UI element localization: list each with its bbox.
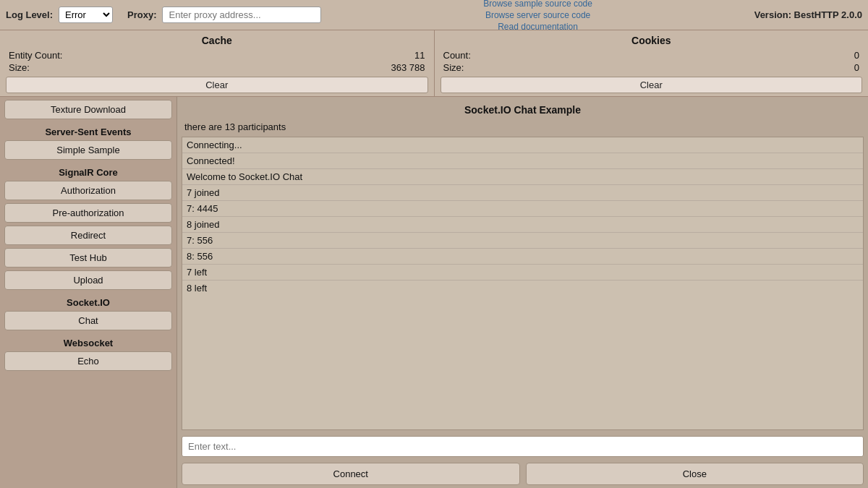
- chat-text-input[interactable]: [182, 436, 864, 457]
- cache-entity-label: Entity Count:: [9, 50, 62, 61]
- chat-entry: Connected!: [182, 153, 863, 169]
- participants-text: there are 13 participants: [182, 120, 864, 137]
- main-panel-title: Socket.IO Chat Example: [182, 101, 864, 120]
- chat-log: Connecting...Connected!Welcome to Socket…: [182, 137, 864, 430]
- cookies-count-value: 0: [854, 50, 859, 61]
- chat-entry: 7: 4445: [182, 201, 863, 217]
- chat-entry: 8 left: [182, 281, 863, 296]
- cookies-panel: Cookies Count: 0 Size: 0 Clear: [435, 30, 869, 96]
- sidebar-section-label: Socket.IO: [4, 293, 172, 311]
- sidebar-section-label: SignalR Core: [4, 163, 172, 181]
- cache-size-value: 363 788: [391, 62, 425, 73]
- log-level-label: Log Level:: [6, 9, 53, 20]
- sidebar-button[interactable]: Test Hub: [4, 248, 172, 267]
- chat-entry: Welcome to Socket.IO Chat: [182, 169, 863, 185]
- chat-buttons: Connect Close: [182, 463, 864, 485]
- chat-entry: Connecting...: [182, 137, 863, 153]
- cookies-size-row: Size: 0: [441, 61, 863, 74]
- cache-entity-value: 11: [414, 50, 425, 61]
- chat-input-row: Connect Close: [182, 436, 864, 485]
- chat-entry: 7 joined: [182, 185, 863, 201]
- sidebar-button[interactable]: Simple Sample: [4, 140, 172, 160]
- sidebar-button[interactable]: Pre-authorization: [4, 203, 172, 223]
- log-level-select[interactable]: Error: [59, 7, 113, 23]
- sidebar-button[interactable]: Authorization: [4, 181, 172, 200]
- browse-sample-link[interactable]: Browse sample source code: [483, 0, 592, 9]
- cache-size-label: Size:: [9, 62, 30, 73]
- cache-size-row: Size: 363 788: [6, 61, 428, 74]
- connect-button[interactable]: Connect: [182, 463, 520, 485]
- cookies-title: Cookies: [441, 33, 863, 49]
- sidebar-button[interactable]: Echo: [4, 351, 172, 371]
- cache-cookies-section: Cache Entity Count: 11 Size: 363 788 Cle…: [0, 30, 868, 97]
- main-content: Texture DownloadServer-Sent EventsSimple…: [0, 97, 868, 488]
- chat-entry: 7: 556: [182, 233, 863, 249]
- proxy-input[interactable]: [162, 7, 321, 23]
- cookies-size-label: Size:: [443, 62, 464, 73]
- top-bar-center: Browse sample source code Browse server …: [321, 0, 754, 32]
- cache-entity-row: Entity Count: 11: [6, 49, 428, 61]
- sidebar-button[interactable]: Upload: [4, 270, 172, 290]
- top-bar: Log Level: Error Proxy: Browse sample so…: [0, 0, 868, 30]
- cache-panel: Cache Entity Count: 11 Size: 363 788 Cle…: [0, 30, 435, 96]
- sidebar-section-label: Server-Sent Events: [4, 122, 172, 140]
- sidebar-section-label: Websocket: [4, 333, 172, 351]
- cookies-count-label: Count:: [443, 50, 471, 61]
- sidebar-button[interactable]: Texture Download: [4, 100, 172, 119]
- cache-title: Cache: [6, 33, 428, 49]
- chat-entry: 8 joined: [182, 217, 863, 233]
- top-bar-left: Log Level: Error Proxy:: [6, 7, 321, 23]
- sidebar: Texture DownloadServer-Sent EventsSimple…: [0, 97, 177, 488]
- cookies-count-row: Count: 0: [441, 49, 863, 61]
- proxy-label: Proxy:: [127, 9, 156, 20]
- browse-server-link[interactable]: Browse server source code: [485, 10, 590, 20]
- cookies-size-value: 0: [854, 62, 859, 73]
- cache-clear-button[interactable]: Clear: [6, 77, 428, 93]
- cookies-clear-button[interactable]: Clear: [441, 77, 863, 93]
- main-panel: Socket.IO Chat Example there are 13 part…: [177, 97, 868, 488]
- version-label: Version: BestHTTP 2.0.0: [754, 9, 862, 20]
- sidebar-button[interactable]: Chat: [4, 311, 172, 330]
- chat-entry: 8: 556: [182, 249, 863, 265]
- sidebar-button[interactable]: Redirect: [4, 226, 172, 245]
- chat-entry: 7 left: [182, 265, 863, 281]
- close-button[interactable]: Close: [526, 463, 864, 485]
